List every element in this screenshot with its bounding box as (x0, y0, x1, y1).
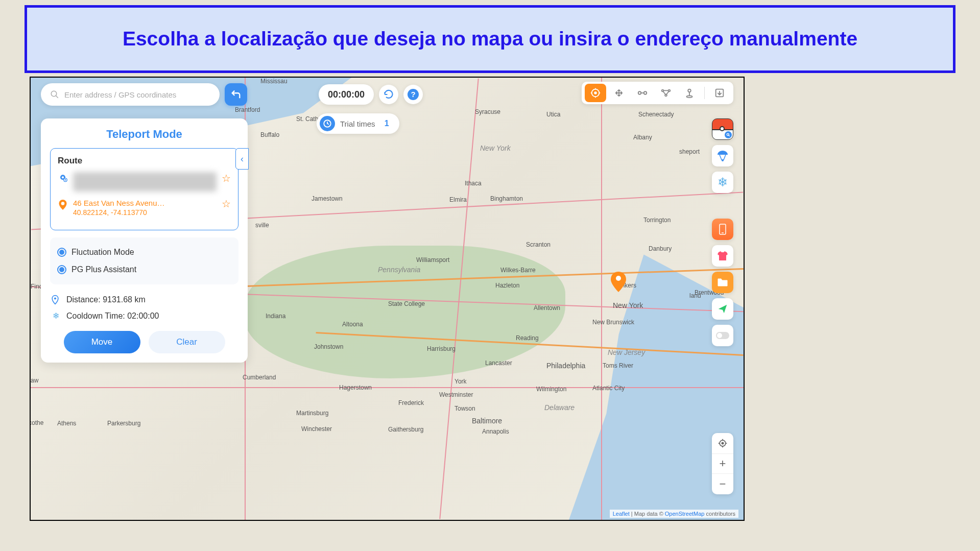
map-state-label: New York (480, 144, 511, 152)
clock-icon (320, 116, 335, 131)
fluctuation-radio[interactable]: Fluctuation Mode (57, 245, 231, 260)
map-label: Indiana (266, 313, 285, 320)
map-label: Brantford (235, 106, 260, 113)
map-state-label: New Jersey (608, 348, 645, 356)
map-label: Elmira (449, 196, 467, 203)
pgplus-radio[interactable]: PG Plus Assistant (57, 262, 231, 277)
svg-point-14 (668, 90, 671, 92)
svg-point-5 (594, 92, 596, 94)
send-button[interactable] (712, 298, 733, 320)
map-label: Atlantic City (592, 385, 625, 392)
map-label: Hagerstown (339, 384, 372, 391)
map-label: Ithaca (465, 180, 482, 187)
map-label: land (689, 292, 701, 299)
map-label: sville (255, 222, 269, 229)
mode-jump[interactable] (679, 84, 700, 102)
map-label: Jamestown (312, 195, 343, 202)
freeze-button[interactable]: ❄ (712, 172, 733, 193)
map-label: Philadelphia (546, 362, 585, 370)
svg-line-1 (56, 95, 58, 98)
map-label: Danbury (649, 245, 672, 252)
map-label: Torrington (643, 217, 671, 224)
mode-import[interactable] (709, 84, 730, 102)
svg-point-15 (665, 94, 667, 97)
refresh-button[interactable] (379, 85, 398, 104)
svg-point-29 (722, 159, 724, 161)
map-attribution: Leaflet | Map data © OpenStreetMap contr… (610, 510, 738, 518)
banner-text: Escolha a localização que deseja no mapa… (123, 26, 857, 52)
mode-toolbar (582, 82, 733, 104)
map-label: Williamsport (416, 256, 449, 263)
svg-point-10 (638, 91, 641, 94)
map-label: New York (613, 301, 643, 309)
cooldown-row: ❄ Cooldown Time: 02:00:00 (50, 308, 238, 324)
button-row: Move Clear (50, 331, 238, 353)
trial-count: 1 (385, 119, 389, 128)
favorite-start-button[interactable]: ☆ (222, 172, 231, 184)
map-label: Albany (633, 134, 652, 141)
mode-multispot[interactable] (655, 84, 677, 102)
svg-point-22 (62, 176, 64, 178)
map-label: Cumberland (243, 374, 276, 381)
map-state-label: Delaware (544, 403, 575, 412)
route-box: Route ☆ 46 East Van Ness Avenu… 40.82212… (50, 148, 238, 230)
trial-badge: Trial times 1 (317, 113, 399, 134)
map-label: Towson (455, 405, 475, 412)
collapse-button[interactable]: ‹ (235, 148, 249, 170)
favorite-dest-button[interactable]: ☆ (222, 198, 231, 210)
locate-button[interactable] (712, 433, 733, 453)
map-label: Binghamton (490, 195, 523, 202)
map-label: sheport (679, 148, 700, 155)
map-label: Martinsburg (296, 410, 328, 417)
route-dest-item: 46 East Van Ness Avenu… 40.822124, -74.1… (58, 198, 231, 217)
clear-button[interactable]: Clear (149, 331, 225, 353)
shirt-button[interactable] (712, 245, 733, 267)
osm-link[interactable]: OpenStreetMap (665, 511, 705, 517)
map-state-label: Pennsylvania (378, 266, 420, 274)
app-window: Mississau Brantford Hamilton St. Cathari… (30, 77, 745, 521)
svg-line-28 (729, 135, 730, 136)
phone-button[interactable] (712, 219, 733, 240)
teleport-panel: Teleport Mode ‹ Route ☆ 46 East Van Ness… (41, 118, 248, 363)
mode-teleport[interactable] (585, 84, 606, 102)
map-label: aw (31, 377, 38, 384)
map-label: Annapolis (482, 428, 509, 435)
search-input[interactable] (64, 90, 210, 99)
map-label: Athens (57, 420, 76, 427)
zoom-out-button[interactable]: − (712, 474, 733, 494)
mode-joystick[interactable] (608, 84, 630, 102)
route-start-item: ☆ (58, 172, 231, 191)
svg-point-35 (722, 442, 723, 444)
zoom-in-button[interactable]: + (712, 453, 733, 474)
toggle-button[interactable] (712, 325, 733, 346)
map-label: Wilkes-Barre (500, 267, 536, 274)
dest-coords: 40.822124, -74.113770 (73, 208, 217, 217)
leaflet-link[interactable]: Leaflet (613, 511, 630, 517)
start-pin-icon (58, 173, 68, 183)
folder-button[interactable] (712, 272, 733, 293)
map-label: Schenectady (638, 111, 674, 118)
svg-point-13 (662, 90, 664, 92)
map-label: Lancaster (485, 360, 512, 367)
map-label: Chillicothe (30, 419, 43, 426)
timer-display: 00:00:00 (319, 84, 374, 105)
svg-point-33 (717, 333, 722, 338)
dest-pin-icon (58, 199, 68, 211)
search-box[interactable] (41, 83, 220, 106)
pokeball-button[interactable] (712, 118, 733, 140)
side-toolbar: ❄ (712, 118, 733, 346)
map-label: Parkersburg (107, 420, 140, 427)
help-button[interactable]: ? (403, 85, 423, 104)
svg-point-11 (644, 91, 647, 94)
map-label: Frederick (398, 399, 424, 406)
trial-label: Trial times (340, 119, 375, 128)
distance-row: Distance: 9131.68 km (50, 292, 238, 308)
map-label: York (455, 378, 467, 385)
map-label: Syracuse (475, 108, 500, 115)
move-button[interactable]: Move (64, 331, 140, 353)
mode-twospot[interactable] (632, 84, 653, 102)
search-go-button[interactable] (225, 83, 247, 106)
parachute-button[interactable] (712, 145, 733, 166)
destination-pin[interactable] (611, 272, 626, 292)
svg-point-16 (688, 89, 691, 92)
